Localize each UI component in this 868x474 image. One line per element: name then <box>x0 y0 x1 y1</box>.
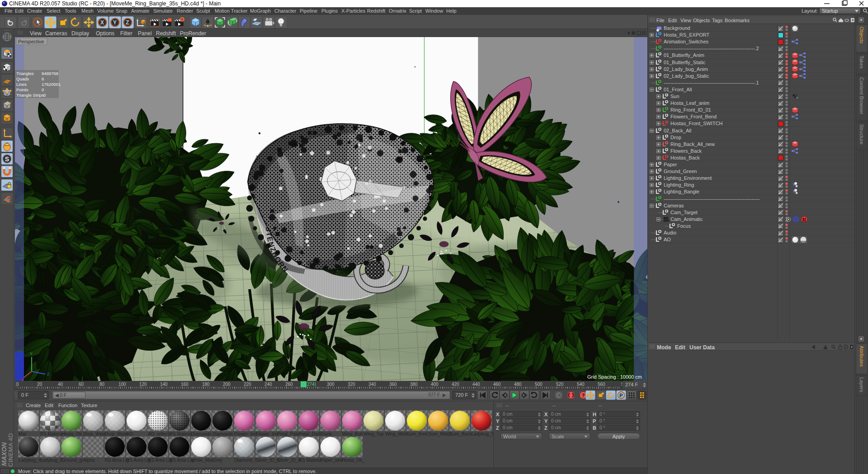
svg-text:0: 0 <box>43 93 46 98</box>
svg-text:S: S <box>5 155 9 163</box>
svg-text:?: ? <box>582 393 585 398</box>
svg-text:Grid Spacing : 10000 cm: Grid Spacing : 10000 cm <box>587 374 642 380</box>
svg-text:Lines: Lines <box>16 82 27 87</box>
svg-text:Points: Points <box>16 87 28 92</box>
svg-text:P: P <box>619 393 623 398</box>
svg-text:X: X <box>21 378 24 381</box>
svg-text:6: 6 <box>42 76 44 81</box>
svg-text:Y: Y <box>113 19 117 26</box>
svg-text:Perspective: Perspective <box>18 39 44 44</box>
svg-text:Quads: Quads <box>16 76 29 81</box>
svg-text:Z: Z <box>126 19 129 26</box>
svg-text:X: X <box>100 19 104 26</box>
svg-text:0: 0 <box>42 87 44 92</box>
svg-text:17620001: 17620001 <box>42 82 61 87</box>
svg-text:Z: Z <box>47 372 50 376</box>
svg-text:Triangles: Triangles <box>16 71 34 76</box>
svg-text:9489768: 9489768 <box>42 71 58 76</box>
svg-text:Y: Y <box>30 352 33 356</box>
svg-text:Triangle Strips: Triangle Strips <box>16 93 44 98</box>
